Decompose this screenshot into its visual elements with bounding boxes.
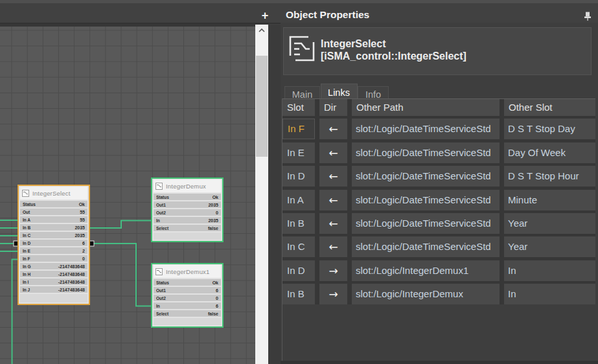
block-slot-row[interactable]: In B2035 [20,224,87,231]
block-title: IntegerDemux1 [166,268,210,275]
object-properties-panel: Object Properties IntegerSelect [281,3,598,364]
block-slot-row[interactable]: In2035 [154,217,221,223]
link-row-other-path[interactable]: slot:/Logic/DateTimeServiceStd [352,142,500,163]
canvas-vertical-scrollbar[interactable] [255,25,268,364]
link-wire[interactable] [91,244,152,306]
block-slot-row[interactable]: StatusOk [154,194,221,200]
link-row-other-path[interactable]: slot:/Logic/IntegerDemux [352,284,500,304]
slot-value: -2147483648 [58,288,85,292]
block-header[interactable]: IntegerDemux [154,179,221,192]
link-row-slot[interactable]: In F [282,119,315,139]
link-row-slot[interactable]: In A [282,190,315,210]
link-row-other-slot[interactable]: Year [504,236,595,257]
link-row-other-slot[interactable]: Day Of Week [504,142,595,163]
link-row-slot[interactable]: In B [282,284,315,304]
block-header[interactable]: IntegerSelect [20,187,87,199]
link-dir-out-arrow[interactable]: → [319,284,347,304]
add-tab-button[interactable]: + [259,9,271,22]
link-row-slot[interactable]: In D [282,166,315,187]
column-header-dir[interactable]: Dir [319,99,347,116]
link-dir-in-arrow[interactable]: ← [319,142,347,163]
wiresheet-canvas[interactable]: IntegerSelectStatusOkOut55In A55In B2035… [0,27,255,364]
block-slot-row[interactable]: In H-2147483648 [20,271,87,277]
column-header-other-path[interactable]: Other Path [352,99,500,116]
block-slot-row[interactable]: Out20 [154,209,221,216]
block-slot-row[interactable]: Out12035 [154,201,221,208]
block-slot-row[interactable]: In G-2147483648 [20,263,87,269]
block-slot-row[interactable]: In D6 [20,240,87,246]
object-name: IntegerSelect [321,38,385,50]
link-dir-out-arrow[interactable]: → [319,260,347,281]
link-row-other-slot[interactable]: Minute [504,190,595,210]
slot-value: -2147483648 [58,264,85,269]
link-row-other-slot[interactable]: Year [504,213,595,234]
link-row-other-path[interactable]: slot:/Logic/DateTimeServiceStd [352,119,500,139]
link-row-other-path[interactable]: slot:/Logic/DateTimeServiceStd [352,236,500,257]
ismatool-window: + IntegerSelectStatusOkOut55In A55In B20… [0,0,598,364]
function-block-integerdemux1[interactable]: IntegerDemux1StatusOkOut16Out20In6Select… [151,263,224,328]
splitter-gap [268,25,281,364]
link-row-other-path[interactable]: slot:/Logic/DateTimeServiceStd [352,166,500,187]
scroll-up-button[interactable] [255,25,268,36]
link-dir-in-arrow[interactable]: ← [319,213,347,234]
link-row-other-path[interactable]: slot:/Logic/IntegerDemux1 [352,260,500,281]
block-title: IntegerDemux [166,183,206,190]
link-row-slot[interactable]: In C [282,236,315,257]
column-header-other-slot[interactable]: Other Slot [504,99,595,116]
slot-value: Ok [213,280,218,285]
link-row-other-slot[interactable]: In [504,260,595,281]
function-block-integerselect[interactable]: IntegerSelectStatusOkOut55In A55In B2035… [17,185,90,305]
link-row-other-slot[interactable]: D S T Stop Hour [504,166,595,187]
function-block-integerdemux[interactable]: IntegerDemuxStatusOkOut12035Out20In2035S… [151,177,224,242]
block-slot-row[interactable]: In E2 [20,247,87,254]
link-row-other-path[interactable]: slot:/Logic/DateTimeServiceStd [352,190,500,210]
slot-value: 0 [216,296,218,301]
block-slot-row[interactable]: StatusOk [154,279,221,286]
slot-label: In J [23,288,30,292]
function-block-icon [289,36,315,62]
block-slot-row[interactable]: In6 [154,302,221,309]
link-row-other-slot[interactable]: D S T Stop Day [504,119,595,139]
block-slot-row[interactable]: Selectfalse [154,310,221,317]
scrollbar-thumb[interactable] [256,56,268,157]
slot-value: Ok [79,202,85,207]
slot-label: Select [156,312,168,316]
block-slot-row[interactable]: In F0 [20,255,87,262]
pin-icon[interactable] [582,11,593,23]
block-slot-row[interactable]: Out20 [154,295,221,301]
slot-value: 55 [80,210,85,214]
link-row-other-path[interactable]: slot:/Logic/DateTimeServiceStd [352,213,500,234]
slot-label: In C [23,233,30,238]
link-dir-in-arrow[interactable]: ← [319,119,347,139]
link-dir-in-arrow[interactable]: ← [319,166,347,187]
slot-value: false [208,312,218,316]
slot-value: -2147483648 [58,272,85,277]
slot-label: In I [23,280,29,284]
block-slot-row[interactable]: In I-2147483648 [20,279,87,285]
panel-title: Object Properties [286,9,369,21]
column-header-slot[interactable]: Slot [282,99,315,116]
link-row-other-slot[interactable]: In [504,284,595,304]
link-row-slot[interactable]: In E [282,142,315,163]
slot-value: Ok [213,195,218,199]
block-slot-row[interactable]: In C2035 [20,232,87,238]
slot-label: In A [23,218,30,222]
block-slot-row[interactable]: Selectfalse [154,225,221,231]
link-wire[interactable] [89,221,152,229]
block-slot-row[interactable]: Out16 [154,287,221,293]
object-type: [iSMA_control::IntegerSelect] [321,51,466,62]
link-row-slot[interactable]: In D [282,260,315,281]
block-slot-row[interactable]: In A55 [20,216,87,223]
block-slot-row[interactable]: StatusOk [20,201,87,207]
block-slot-row[interactable]: In J-2147483648 [20,286,87,293]
link-row-slot[interactable]: In B [282,213,315,234]
block-header[interactable]: IntegerDemux1 [154,265,221,278]
slot-value: 0 [216,210,218,215]
slot-value: 6 [216,288,218,293]
slot-value: 2035 [75,233,85,238]
link-dir-in-arrow[interactable]: ← [319,190,347,210]
slot-label: In [156,304,160,308]
block-slot-row[interactable]: Out55 [20,209,87,215]
object-summary-card: IntegerSelect [iSMA_control::IntegerSele… [283,27,592,75]
link-dir-in-arrow[interactable]: ← [319,236,347,257]
